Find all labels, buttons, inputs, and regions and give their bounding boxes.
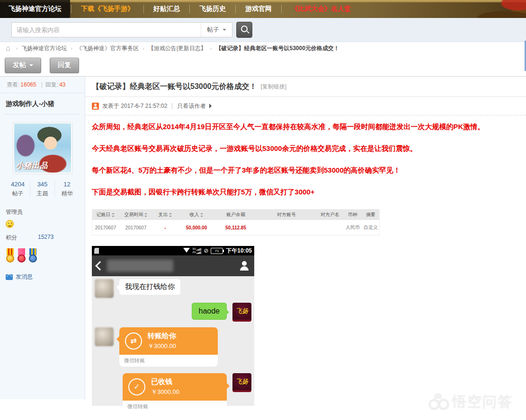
stat-posts-value: 4204 <box>6 181 30 188</box>
chevron-down-icon <box>29 64 33 68</box>
breadcrumb-separator: › <box>143 45 144 51</box>
stat-threads[interactable]: 345 主题 <box>30 181 55 198</box>
only-author-link[interactable]: 只看该作者 <box>177 102 205 110</box>
posted-at: 发表于 2017-6-7 21:57:02 <box>102 102 167 110</box>
smiley-icon <box>6 220 14 228</box>
bank-col-time: 交易时间 <box>119 211 153 218</box>
medal-gold-icon[interactable] <box>6 248 15 262</box>
bank-col-balance: 账户余额 <box>215 211 256 218</box>
breadcrumb-item-thread: 【破记录】经典老区一账号以53000元价格成交！ <box>215 44 339 52</box>
wukong-qa-watermark: 悟空问答 <box>428 392 513 411</box>
post-body: 众所周知，经典老区从2014年4月19日开区至今人气一直都保持在较高水准，每隔一… <box>85 115 526 406</box>
stat-digests-label: 精华 <box>55 190 79 198</box>
stat-posts-label: 帖子 <box>6 190 30 198</box>
bank-col-date: 记账日 <box>92 211 119 218</box>
battery-icon: 71 <box>211 248 223 254</box>
new-post-button[interactable]: 发帖 <box>5 58 41 73</box>
send-message-link[interactable]: 发消息 <box>6 273 79 281</box>
search-button[interactable] <box>236 22 252 38</box>
bank-cell-time: 20170607 <box>119 225 153 230</box>
transfer-title: 转账给你 <box>148 332 176 341</box>
divider: | <box>41 81 43 88</box>
mail-icon <box>6 274 13 280</box>
breadcrumb-item-forum[interactable]: 飞扬神途官方论坛 <box>21 44 67 52</box>
bank-col-counterparty-account: 对方账号 <box>256 211 317 218</box>
bank-cell-summary: 自定义 <box>362 224 379 231</box>
bank-table-header: 记账日 交易时间 支出 收入 账户余额 对方账号 对方户名 币种 摘要 <box>92 210 379 220</box>
chat-area: 我现在打钱给你 haode 飞扬 ⇄ <box>92 276 254 406</box>
bank-col-income: 收入 <box>178 211 215 218</box>
post-paragraph: 下面是交易截图，因银行卡跨行转账单次只能打5万，微信又打了3000+ <box>92 187 519 197</box>
stat-digests-value: 12 <box>55 181 79 188</box>
bank-col-counterparty-name: 对方户名 <box>317 211 343 218</box>
replies-label: 回复: <box>45 81 58 89</box>
back-icon[interactable] <box>95 261 105 271</box>
author-role: 管理员 <box>6 208 79 216</box>
forum-page: 飞扬神途官方论坛 下载《飞扬手游》 好贴汇总 飞扬历史 游戏官网 《比武大会》名… <box>0 0 526 420</box>
search-category-select[interactable]: 帖子 <box>201 22 232 37</box>
nav-item-hall-of-fame[interactable]: 《比武大会》名人堂 <box>283 0 359 18</box>
copy-link[interactable]: [复制链接] <box>261 83 287 91</box>
stat-posts[interactable]: 4204 帖子 <box>6 181 30 198</box>
replies-count: 43 <box>59 81 65 88</box>
nav-item-official-site[interactable]: 游戏官网 <box>237 0 280 18</box>
nav-item-good-posts[interactable]: 好贴汇总 <box>145 0 188 18</box>
transfer-card-sent[interactable]: ⇄ 转账给你 ￥3000.00 微信转账 <box>119 327 218 367</box>
sort-icon <box>112 213 115 217</box>
game-logo-avatar: 飞扬 <box>232 373 251 392</box>
wukong-logo-text: 悟空问答 <box>452 392 513 411</box>
transfer-card-received[interactable]: ✓ 已收钱 ￥3000.00 微信转账 <box>123 373 227 412</box>
breadcrumb-separator: › <box>71 45 72 51</box>
search-box: 帖子 <box>11 22 252 38</box>
send-message-label: 发消息 <box>16 273 33 281</box>
transfer-title: 已收钱 <box>151 377 179 386</box>
nav-item-history[interactable]: 飞扬历史 <box>191 0 234 18</box>
nav-item-forum-home[interactable]: 飞扬神途官方论坛 <box>0 0 70 18</box>
views-label: 查看: <box>7 81 19 89</box>
chat-message-outgoing: haode 飞扬 <box>92 303 254 322</box>
search-icon <box>241 26 248 32</box>
nav-separator <box>71 5 71 13</box>
contact-profile-icon[interactable] <box>239 261 250 271</box>
reply-button[interactable]: 回复 <box>50 58 79 73</box>
check-icon: ✓ <box>128 378 145 395</box>
breadcrumb-item-section[interactable]: 《飞扬神途》官方事务区 <box>76 44 139 52</box>
stat-digests[interactable]: 12 精华 <box>55 181 79 198</box>
status-time: 下午10:05 <box>226 247 252 255</box>
bank-statement-screenshot: 记账日 交易时间 支出 收入 账户余额 对方账号 对方户名 币种 摘要 2017… <box>92 209 380 236</box>
divider <box>6 114 79 114</box>
breadcrumb-separator: › <box>210 45 212 51</box>
score-label: 积分 <box>6 234 17 242</box>
home-icon[interactable]: ⌂ <box>6 44 10 52</box>
bank-cell-expense: - <box>153 225 178 230</box>
transfer-message-received: ✓ 已收钱 ￥3000.00 微信转账 飞扬 <box>92 373 254 412</box>
medal-red-icon[interactable] <box>17 248 27 262</box>
medal-blue-icon[interactable] <box>28 248 38 262</box>
author-name[interactable]: 游戏制作人-小猪 <box>6 100 79 108</box>
transfer-message-sent: ⇄ 转账给你 ￥3000.00 微信转账 <box>92 327 254 367</box>
stat-threads-value: 345 <box>30 181 54 188</box>
sort-icon <box>200 213 204 217</box>
phone-status-bar: 3G 2G ⊘ 71 下午10:05 <box>92 246 254 255</box>
score-value[interactable]: 15273 <box>38 234 53 242</box>
chat-bubble-incoming: 我现在打钱给你 <box>119 279 180 295</box>
nav-item-download-mobile-game[interactable]: 下载《飞扬手游》 <box>72 0 143 18</box>
post-paragraph: 众所周知，经典老区从2014年4月19日开区至今人气一直都保持在较高水准，每隔一… <box>92 122 519 131</box>
views-count: 16065 <box>20 81 36 88</box>
wifi-icon <box>183 248 190 256</box>
sort-icon <box>144 213 148 217</box>
breadcrumb-separator: › <box>16 45 18 51</box>
nav-separator <box>281 5 282 13</box>
chat-bubble-outgoing: haode <box>192 303 227 320</box>
nav-separator <box>189 5 190 13</box>
thread-stats: 查看: 16065 | 回复: 43 <box>0 77 85 93</box>
search-input[interactable] <box>11 22 201 37</box>
transfer-icon: ⇄ <box>125 332 142 350</box>
avatar[interactable]: 小猪出品 <box>13 122 72 174</box>
breadcrumb-item-board[interactable]: 【游戏公告|更新日志】 <box>148 44 206 52</box>
main-area: 查看: 16065 | 回复: 43 游戏制作人-小猪 小猪出品 4204 帖子 <box>0 76 526 399</box>
transfer-amount: ￥3000.00 <box>151 388 179 396</box>
redacted-contact-name <box>107 260 173 272</box>
transfer-amount: ￥3000.00 <box>148 342 176 350</box>
post-content: 【破记录】经典老区一账号以53000元价格成交！ [复制链接] 发表于 2017… <box>85 77 526 399</box>
